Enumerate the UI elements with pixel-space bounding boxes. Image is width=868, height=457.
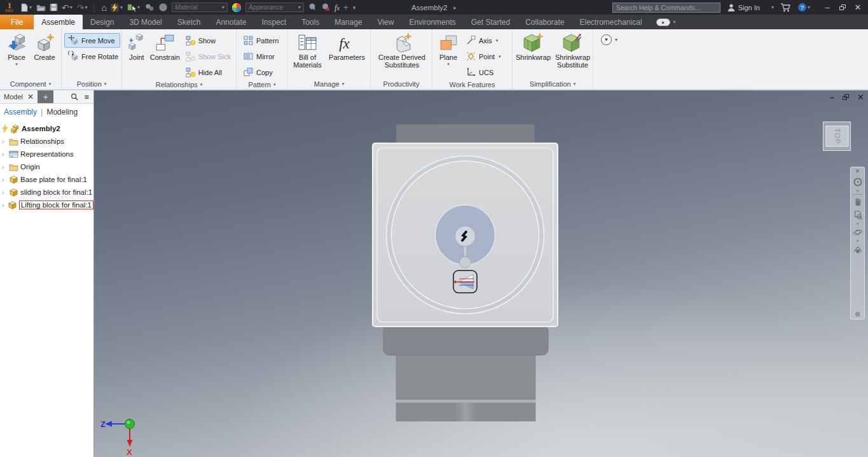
doc-restore-button[interactable]	[843, 92, 849, 102]
dropdown-caret[interactable]: ▾	[120, 4, 123, 10]
window-minimize-button[interactable]: –	[820, 3, 835, 12]
tree-row-lifting-block[interactable]: › Lifting block for final:1	[0, 199, 93, 211]
parameters-quick-button[interactable]: fx	[334, 0, 340, 15]
tab-view[interactable]: View	[370, 15, 402, 29]
open-button[interactable]	[36, 0, 46, 15]
appearance-dropdown[interactable]: Appearance ▾	[245, 3, 304, 12]
dropdown-caret[interactable]: ▾	[70, 4, 72, 10]
axis-button[interactable]: Axis ▾	[462, 33, 505, 48]
bill-of-materials-button[interactable]: Bill of Materials	[293, 31, 323, 78]
tab-inspect[interactable]: Inspect	[254, 15, 294, 29]
sliding-block-top[interactable]	[396, 124, 535, 144]
dropdown-caret[interactable]: ▾	[857, 239, 859, 243]
constraint-flag[interactable]	[453, 271, 477, 293]
create-button[interactable]: Create	[31, 31, 59, 78]
pattern-button[interactable]: Pattern	[239, 33, 282, 48]
dropdown-caret[interactable]: ▾	[857, 221, 859, 226]
shrinkwrap-substitute-button[interactable]: Shrinkwrap Substitute	[554, 31, 591, 78]
material-dropdown[interactable]: Material ▾	[172, 3, 228, 12]
panel-label-relationships[interactable]: Relationships▾	[122, 80, 236, 89]
panel-label-simplification[interactable]: Simplification▾	[513, 78, 593, 89]
navbar-menu-icon[interactable]: ⊜	[855, 311, 860, 319]
browser-menu-icon[interactable]: ≡	[84, 93, 89, 101]
search-icon[interactable]	[71, 93, 78, 101]
appearance-spheres-button[interactable]	[144, 0, 155, 15]
plane-button[interactable]: Plane ▾	[435, 31, 462, 80]
doc-minimize-button[interactable]: –	[830, 92, 834, 102]
expander-icon[interactable]: ›	[2, 202, 6, 209]
show-button[interactable]: Show	[181, 33, 235, 48]
panel-label-pattern[interactable]: Pattern▾	[237, 80, 287, 89]
base-cylinder[interactable]	[456, 403, 476, 421]
window-restore-button[interactable]	[835, 3, 850, 12]
parameters-button[interactable]: Parameters	[327, 31, 368, 78]
select-filter-button[interactable]: ▾	[127, 0, 141, 15]
color-wheel-button[interactable]	[231, 0, 242, 15]
new-file-button[interactable]: ▾	[20, 0, 32, 15]
dropdown-caret[interactable]: ▾	[29, 4, 32, 10]
panel-label-manage[interactable]: Manage▾	[288, 78, 370, 89]
expander-icon[interactable]: ›	[2, 151, 7, 158]
panel-label-position[interactable]: Position▾	[62, 78, 121, 89]
panel-label-component[interactable]: Component▾	[0, 78, 61, 89]
tree-row-origin[interactable]: › Origin	[0, 160, 93, 173]
viewcube[interactable]: TOP	[823, 122, 851, 151]
tab-sketch[interactable]: Sketch	[170, 15, 209, 29]
title-arrow-icon[interactable]: ▸	[453, 4, 457, 11]
performance-button[interactable]: ▾	[111, 0, 123, 15]
mirror-button[interactable]: Mirror	[239, 49, 282, 64]
store-cart-icon[interactable]	[780, 3, 791, 12]
redo-button[interactable]: ↷▾	[77, 0, 88, 15]
navigation-wheel-icon[interactable]	[853, 177, 863, 187]
free-rotate-button[interactable]: Free Rotate	[64, 49, 120, 64]
ribbon-display-button[interactable]: ▲ ▾	[656, 15, 677, 29]
save-button[interactable]	[50, 0, 58, 15]
panel-label-work-features[interactable]: Work Features	[432, 80, 512, 89]
help-search-input[interactable]	[612, 3, 720, 13]
base-block-mid[interactable]	[396, 355, 535, 400]
add-browser-tab-button[interactable]: +	[38, 90, 53, 103]
tab-assemble[interactable]: Assemble	[34, 15, 83, 29]
shrinkwrap-button[interactable]: Shrinkwrap	[515, 31, 551, 78]
free-move-button[interactable]: Free Move	[64, 33, 120, 48]
clear-appearance-button[interactable]	[321, 0, 331, 15]
assembly-model[interactable]	[372, 124, 558, 421]
help-icon[interactable]: ?	[797, 3, 807, 12]
customize-toolbar-button[interactable]: ▾	[352, 0, 357, 15]
doc-close-button[interactable]: ✕	[857, 92, 864, 102]
base-block-upper[interactable]	[383, 325, 548, 355]
hide-all-button[interactable]: Hide All	[181, 65, 235, 80]
dropdown-caret[interactable]: ▾	[15, 62, 18, 67]
tree-row-representations[interactable]: › Representations	[0, 148, 93, 160]
copy-button[interactable]: Copy	[239, 65, 282, 80]
tab-collaborate[interactable]: Collaborate	[518, 15, 572, 29]
dropdown-caret[interactable]: ▾	[808, 4, 810, 10]
window-close-button[interactable]: ✕	[850, 3, 865, 12]
dropdown-caret[interactable]: ▾	[85, 4, 88, 10]
dropdown-caret[interactable]: ▾	[496, 38, 499, 43]
dropdown-caret[interactable]: ▾	[499, 54, 501, 59]
mode-tab-modeling[interactable]: Modeling	[46, 108, 78, 116]
sign-in-button[interactable]: Sign In	[738, 4, 760, 11]
close-icon[interactable]: ✕	[27, 92, 34, 101]
point-button[interactable]: Point ▾	[462, 49, 505, 64]
dropdown-caret[interactable]: ▾	[615, 37, 617, 43]
dropdown-caret[interactable]: ▾	[771, 4, 774, 10]
tab-electromechanical[interactable]: Electromechanical	[572, 15, 650, 29]
orbit-icon[interactable]	[853, 227, 863, 237]
joint-button[interactable]: Joint	[125, 31, 149, 80]
tree-row-base-plate[interactable]: › Base plate for final:1	[0, 173, 93, 186]
zoom-icon[interactable]	[853, 210, 863, 220]
tab-3d-model[interactable]: 3D Model	[121, 15, 169, 29]
tab-tools[interactable]: Tools	[294, 15, 327, 29]
tab-environments[interactable]: Environments	[401, 15, 463, 29]
dropdown-caret[interactable]: ▾	[137, 4, 140, 10]
look-at-icon[interactable]	[853, 244, 863, 255]
dropdown-caret[interactable]: ▾	[857, 188, 859, 193]
dropdown-caret[interactable]: ▾	[673, 19, 676, 25]
tree-row-root[interactable]: Assembly2	[0, 122, 93, 135]
expander-icon[interactable]: ›	[2, 176, 7, 183]
adjust-appearance-button[interactable]	[308, 0, 317, 15]
expander-icon[interactable]: ›	[2, 189, 7, 196]
navbar-close-icon[interactable]: ✕	[855, 167, 860, 176]
